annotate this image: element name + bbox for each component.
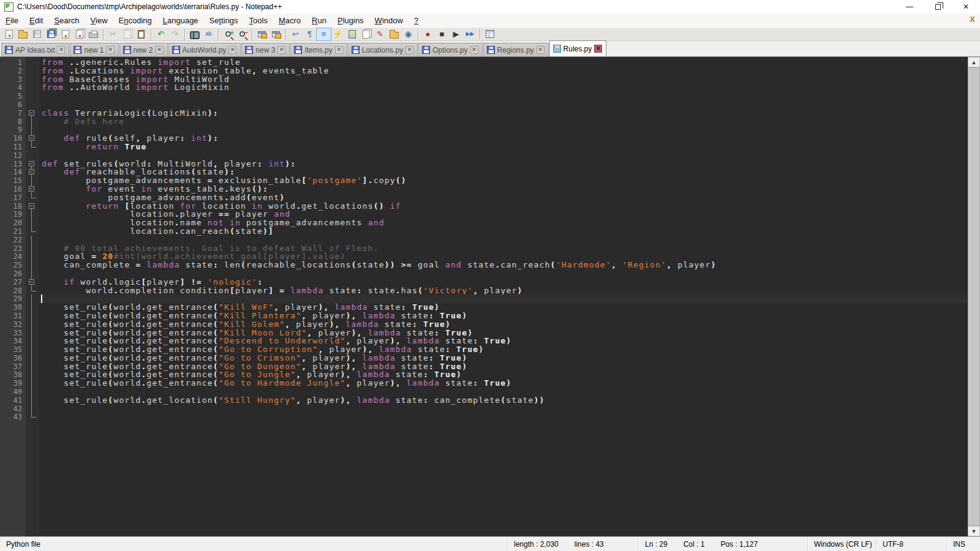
macro-save-icon[interactable] [483, 28, 497, 40]
code-token [357, 311, 363, 320]
define-language-icon[interactable]: ✎ [373, 28, 387, 40]
menu-window[interactable]: Window [369, 15, 409, 26]
macro-play-icon[interactable]: ▶ [449, 28, 463, 40]
find-icon[interactable] [187, 28, 202, 40]
tab-ap-ideas-txt[interactable]: AP Ideas.txt✕ [1, 43, 69, 56]
fold-collapse-icon[interactable]: − [29, 203, 34, 209]
menubar-close-icon[interactable]: X [970, 15, 975, 24]
tab-rules-py[interactable]: Rules.py✕ [549, 40, 607, 56]
menu-plugins[interactable]: Plugins [332, 15, 369, 26]
zoom-out-icon[interactable]: − [235, 28, 249, 40]
close-all-icon[interactable]: ● [72, 28, 86, 40]
tab-locations-py[interactable]: Locations.py✕ [348, 43, 418, 56]
tab-regions-py[interactable]: Regions.py✕ [483, 43, 549, 56]
tab-options-py[interactable]: Options.py✕ [418, 43, 482, 56]
menu-tools[interactable]: Tools [244, 15, 273, 26]
folder-as-workspace-icon[interactable] [387, 28, 401, 40]
close-button[interactable]: ✕ [952, 0, 980, 13]
replace-icon[interactable]: ab [202, 28, 216, 40]
fold-collapse-icon[interactable]: − [29, 161, 34, 167]
fold-collapse-icon[interactable]: − [29, 169, 34, 174]
menu-encoding[interactable]: Encoding [113, 15, 157, 26]
macro-record-icon[interactable]: ● [421, 28, 435, 40]
indent-guide-icon[interactable]: ≡ [317, 28, 331, 40]
menu-file[interactable]: File [0, 15, 24, 26]
fold-collapse-icon[interactable]: − [29, 279, 34, 285]
fold-marker [26, 75, 39, 84]
document-map-icon[interactable] [345, 28, 359, 40]
status-encoding[interactable]: UTF-8 [876, 537, 946, 551]
status-insert-mode[interactable]: INS [946, 537, 970, 551]
tab-autoworld-py[interactable]: AutoWorld.py✕ [168, 43, 241, 56]
scroll-thumb[interactable] [968, 67, 980, 526]
tab-close-icon[interactable]: ✕ [277, 46, 285, 54]
sync-horizontal-icon[interactable] [269, 28, 283, 40]
tab-close-icon[interactable]: ✕ [228, 46, 236, 54]
menu-help[interactable]: ? [409, 15, 424, 26]
restore-button[interactable] [924, 0, 952, 13]
code-token [64, 83, 69, 92]
sync-vertical-icon[interactable] [255, 28, 269, 40]
doc-switcher-icon[interactable] [359, 28, 373, 40]
editor-area[interactable]: 1234567891011121314151617181920212223242… [0, 56, 980, 536]
tab-close-icon[interactable]: ✕ [57, 46, 65, 54]
print-icon[interactable] [86, 28, 100, 40]
status-eol-format[interactable]: Windows (CR LF) [807, 537, 876, 551]
minimize-button[interactable]: — [895, 0, 924, 13]
tab-close-icon[interactable]: ✕ [335, 46, 343, 54]
scroll-down-arrow-icon[interactable]: ▼ [968, 526, 980, 536]
tab-close-icon[interactable]: ✕ [156, 46, 164, 54]
macro-run-multiple-icon[interactable]: ▶▶ [463, 28, 477, 40]
menu-macro[interactable]: Macro [273, 15, 306, 26]
show-all-characters-icon[interactable]: ¶ [303, 28, 317, 40]
code-token [341, 320, 346, 329]
save-icon[interactable] [30, 28, 44, 40]
cut-icon[interactable]: ✂ [106, 28, 120, 40]
copy-icon[interactable] [120, 28, 134, 40]
zoom-in-icon[interactable]: + [221, 28, 235, 40]
tab-items-py[interactable]: Items.py✕ [290, 43, 347, 56]
tab-new-2[interactable]: new 2✕ [119, 43, 168, 56]
vertical-scrollbar[interactable]: ▲ ▼ [968, 57, 980, 536]
menu-search[interactable]: Search [48, 15, 85, 26]
paste-icon[interactable] [134, 28, 148, 40]
close-file-icon[interactable]: ● [58, 28, 72, 40]
tab-close-icon[interactable]: ✕ [537, 46, 545, 54]
menu-edit[interactable]: Edit [24, 15, 48, 26]
fold-margin[interactable]: −−−−−−− [26, 57, 39, 536]
tab-close-icon[interactable]: ✕ [405, 46, 413, 54]
code-token [418, 320, 423, 329]
tab-new-1[interactable]: new 1✕ [70, 43, 118, 56]
redo-icon[interactable]: ↷ [168, 28, 182, 40]
new-file-icon[interactable]: + [2, 28, 16, 40]
tab-close-icon[interactable]: ✕ [107, 46, 115, 54]
menu-settings[interactable]: Settings [204, 15, 244, 26]
menu-language[interactable]: Language [157, 15, 204, 26]
code-token: MultiWorld [169, 75, 230, 84]
monitoring-eye-icon[interactable]: ◉ [401, 28, 415, 40]
code-area[interactable]: from ..generic.Rules import set_rulefrom… [39, 57, 968, 536]
macro-stop-icon[interactable]: ■ [435, 28, 449, 40]
save-all-icon[interactable] [44, 28, 58, 40]
tab-close-icon[interactable]: ✕ [594, 45, 602, 53]
fold-marker [26, 405, 39, 413]
menu-run[interactable]: Run [306, 15, 332, 26]
open-file-icon[interactable] [16, 28, 30, 40]
code-token: lambda [147, 260, 180, 269]
tab-close-icon[interactable]: ✕ [470, 46, 478, 54]
scroll-up-arrow-icon[interactable]: ▲ [968, 57, 980, 67]
code-token: 'Region' [622, 260, 666, 269]
code-token: "Go to Hardmode Jungle" [219, 378, 346, 388]
tab-bar: AP Ideas.txt✕new 1✕new 2✕AutoWorld.py✕ne… [0, 40, 980, 56]
word-wrap-icon[interactable]: ↩ [288, 28, 303, 40]
fold-collapse-icon[interactable]: − [29, 186, 34, 192]
tab-new-3[interactable]: new 3✕ [241, 43, 290, 56]
resize-grip[interactable] [970, 537, 980, 551]
undo-icon[interactable]: ↶ [154, 28, 168, 40]
fold-collapse-icon[interactable]: − [29, 110, 34, 116]
fold-marker [26, 294, 39, 303]
fold-collapse-icon[interactable]: − [29, 135, 34, 141]
menu-view[interactable]: View [85, 15, 113, 26]
line-number: 8 [0, 118, 26, 126]
function-list-icon[interactable]: ⚡ [331, 28, 345, 40]
